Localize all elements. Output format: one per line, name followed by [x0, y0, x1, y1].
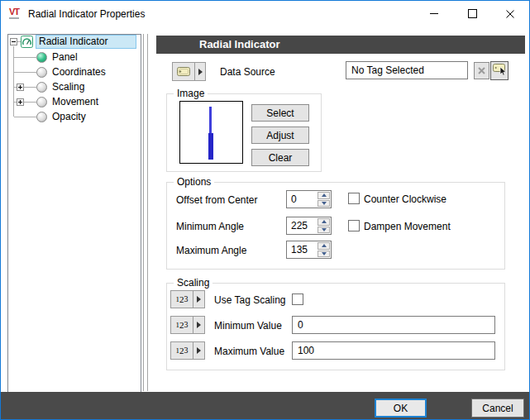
title-bar: VT Radial Indicator Properties [1, 1, 529, 26]
data-source-menu-button[interactable] [172, 62, 206, 81]
spin-up-button[interactable] [318, 218, 330, 226]
tree-connector [14, 57, 36, 58]
offset-from-center-label: Offset from Center [176, 194, 257, 206]
arrow-up-icon [322, 220, 327, 223]
expand-toggle-icon[interactable] [17, 84, 24, 91]
offset-from-center-input[interactable] [287, 191, 317, 208]
scaling-group-title: Scaling [174, 277, 212, 289]
tree-item-label: Movement [52, 95, 98, 109]
dialog-window: VT Radial Indicator Properties [0, 0, 530, 420]
clear-image-button[interactable]: Clear [251, 149, 309, 166]
ok-button[interactable]: OK [375, 399, 427, 418]
adjust-image-button[interactable]: Adjust [251, 126, 309, 144]
counter-clockwise-checkbox[interactable] [348, 193, 360, 204]
maximum-value-label: Maximum Value [214, 346, 284, 357]
minimum-value-label: Minimum Value [214, 320, 282, 332]
clear-x-icon [478, 67, 485, 74]
maximum-value-input[interactable] [292, 341, 495, 360]
opacity-status-dot-icon [36, 112, 47, 122]
tree-item-label: Panel [52, 50, 78, 64]
use-tag-scaling-expression-button[interactable]: 123 [170, 290, 205, 308]
scaling-status-dot-icon [36, 82, 47, 93]
panel-status-dot-icon [36, 52, 47, 63]
dropdown-arrow-icon[interactable] [193, 342, 204, 359]
tree-connector [14, 72, 36, 73]
dialog-footer [1, 392, 529, 419]
spin-down-button[interactable] [318, 251, 330, 258]
image-preview [179, 101, 243, 164]
minimize-button[interactable] [415, 1, 453, 26]
spin-down-button[interactable] [318, 227, 330, 234]
expand-toggle-icon[interactable] [17, 98, 24, 106]
spin-up-button[interactable] [318, 242, 330, 250]
dampen-movement-checkbox[interactable] [348, 220, 360, 231]
image-group-title: Image [174, 88, 208, 99]
dropdown-arrow-icon[interactable] [193, 291, 204, 308]
arrow-down-icon [322, 202, 327, 205]
minimum-angle-label: Minimum Angle [176, 221, 244, 232]
tree-item-label: Scaling [52, 80, 84, 94]
maximize-button[interactable] [453, 1, 491, 26]
options-group-title: Options [174, 176, 214, 188]
tree-item-label: Opacity [52, 110, 86, 124]
data-source-input[interactable] [346, 61, 468, 79]
counter-clockwise-label: Counter Clockwise [364, 193, 446, 205]
maximum-angle-label: Maximum Angle [176, 245, 246, 256]
tree-item-label: Coordinates [52, 65, 106, 79]
numeric-123-icon: 123 [171, 317, 193, 333]
arrow-down-icon [322, 228, 327, 231]
property-tree: Radial Indicator Panel Coordinates Scali… [7, 34, 141, 393]
tag-icon [173, 63, 195, 80]
clear-tag-button[interactable] [474, 62, 489, 79]
minimum-angle-stepper [286, 217, 332, 235]
dampen-movement-label: Dampen Movement [364, 221, 451, 232]
minimize-icon [430, 13, 438, 14]
movement-status-dot-icon [36, 97, 47, 107]
window-title: Radial Indicator Properties [28, 8, 145, 20]
cancel-button[interactable]: Cancel [471, 399, 524, 418]
maximum-angle-input[interactable] [287, 241, 317, 258]
arrow-up-icon [322, 244, 327, 247]
coordinates-status-dot-icon [36, 67, 47, 78]
spin-up-button[interactable] [318, 192, 330, 199]
dropdown-arrow-icon[interactable] [195, 63, 205, 80]
minimum-value-input[interactable] [292, 316, 495, 334]
minimum-value-expression-button[interactable]: 123 [170, 316, 205, 334]
needle-image [209, 107, 212, 135]
maximize-icon [468, 9, 477, 18]
app-logo-icon: VT [9, 7, 19, 19]
select-image-button[interactable]: Select [251, 104, 309, 122]
maximum-value-expression-button[interactable]: 123 [170, 341, 205, 360]
dropdown-arrow-icon[interactable] [193, 317, 204, 333]
use-tag-scaling-label: Use Tag Scaling [214, 294, 286, 306]
collapse-toggle-icon[interactable] [10, 38, 17, 45]
page-title: Radial Indicator [156, 36, 525, 54]
panel-splitter[interactable] [143, 34, 148, 391]
arrow-down-icon [322, 252, 327, 255]
arrow-up-icon [322, 193, 327, 197]
use-tag-scaling-checkbox[interactable] [292, 294, 303, 305]
tree-connector [14, 117, 36, 117]
gauge-icon [21, 36, 33, 48]
numeric-123-icon: 123 [171, 342, 193, 359]
tag-picker-icon [493, 63, 507, 76]
spin-down-button[interactable] [318, 200, 330, 208]
close-button[interactable] [491, 1, 529, 26]
close-icon [506, 10, 514, 18]
tree-item-label: Radial Indicator [39, 35, 107, 49]
select-tag-button[interactable] [490, 61, 509, 80]
offset-from-center-stepper [286, 190, 332, 208]
minimum-angle-input[interactable] [287, 217, 317, 234]
needle-image [208, 133, 213, 160]
data-source-label: Data Source [220, 66, 275, 78]
maximum-angle-stepper [286, 241, 332, 259]
numeric-123-icon: 123 [171, 291, 193, 308]
